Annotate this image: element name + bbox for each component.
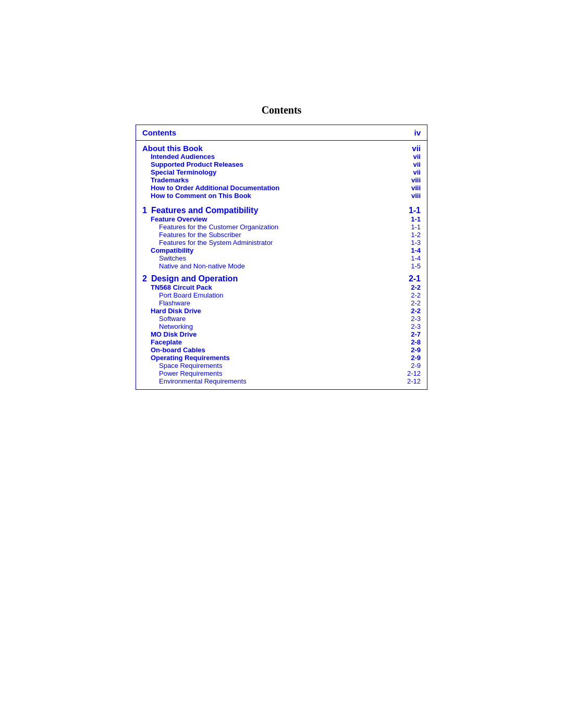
hard-disk-label: Hard Disk Drive [142,307,201,315]
trademarks-page: viii [411,176,421,184]
operating-req-label: Operating Requirements [142,354,230,362]
compatibility-page: 1-4 [411,246,421,254]
port-board-row: Port Board Emulation 2-2 [142,291,421,299]
compatibility-row: Compatibility 1-4 [142,246,421,254]
how-to-comment-row: How to Comment on This Book viii [142,192,421,200]
how-to-comment-label: How to Comment on This Book [142,192,251,200]
space-req-row: Space Requirements 2-9 [142,362,421,369]
mo-disk-page: 2-7 [411,330,421,338]
supported-releases-page: vii [413,161,421,168]
onboard-cables-label: On-board Cables [142,346,205,354]
supported-releases-row: Supported Product Releases vii [142,161,421,168]
chapter2-row: 2Design and Operation 2-1 [142,274,421,283]
chapter2-page: 2-1 [409,274,421,283]
software-row: Software 2-3 [142,315,421,323]
switches-page: 1-4 [411,254,421,262]
space-req-page: 2-9 [411,362,421,369]
port-board-page: 2-2 [411,291,421,299]
section-about: About this Book vii Intended Audiences v… [136,141,427,203]
toc-header-row: Contents iv [136,125,427,141]
power-req-row: Power Requirements 2-12 [142,369,421,377]
port-board-label: Port Board Emulation [142,291,224,299]
features-customer-row: Features for the Customer Organization 1… [142,223,421,231]
about-label: About this Book [142,144,203,153]
trademarks-row: Trademarks viii [142,176,421,184]
switches-row: Switches 1-4 [142,254,421,262]
software-label: Software [142,315,186,323]
trademarks-label: Trademarks [142,176,189,184]
native-mode-label: Native and Non-native Mode [142,262,245,270]
chapter1-page: 1-1 [409,206,421,215]
native-mode-row: Native and Non-native Mode 1-5 [142,262,421,270]
features-sysadmin-label: Features for the System Administrator [142,239,273,246]
operating-req-row: Operating Requirements 2-9 [142,354,421,362]
networking-label: Networking [142,323,193,330]
intended-audiences-row: Intended Audiences vii [142,153,421,161]
how-to-order-page: viii [411,184,421,192]
toc-header-page: iv [356,125,427,141]
onboard-cables-row: On-board Cables 2-9 [142,346,421,354]
chapter1-section: 1Features and Compatibility 1-1 Feature … [136,203,427,271]
how-to-comment-page: viii [411,192,421,200]
features-sysadmin-page: 1-3 [411,239,421,246]
power-req-page: 2-12 [407,369,421,377]
features-subscriber-label: Features for the Subscriber [142,231,241,239]
flashware-row: Flashware 2-2 [142,299,421,307]
how-to-order-row: How to Order Additional Documentation vi… [142,184,421,192]
env-req-label: Environmental Requirements [142,377,247,385]
intended-audiences-page: vii [413,153,421,161]
chapter2-section: 2Design and Operation 2-1 TN568 Circuit … [136,271,427,390]
features-customer-label: Features for the Customer Organization [142,223,278,231]
tn568-page: 2-2 [411,283,421,291]
chapter2-label: 2Design and Operation [142,274,238,283]
mo-disk-label: MO Disk Drive [142,330,197,338]
onboard-cables-page: 2-9 [411,346,421,354]
about-page: vii [412,144,421,153]
compatibility-label: Compatibility [142,246,193,254]
networking-page: 2-3 [411,323,421,330]
hard-disk-row: Hard Disk Drive 2-2 [142,307,421,315]
flashware-label: Flashware [142,299,190,307]
switches-label: Switches [142,254,186,262]
features-subscriber-row: Features for the Subscriber 1-2 [142,231,421,239]
special-terminology-page: vii [413,168,421,176]
feature-overview-page: 1-1 [411,215,421,223]
env-req-row: Environmental Requirements 2-12 [142,377,421,388]
faceplate-label: Faceplate [142,338,182,346]
operating-req-page: 2-9 [411,354,421,362]
special-terminology-row: Special Terminology vii [142,168,421,176]
special-terminology-label: Special Terminology [142,168,216,176]
supported-releases-label: Supported Product Releases [142,161,243,168]
mo-disk-row: MO Disk Drive 2-7 [142,330,421,338]
chapter1-label: 1Features and Compatibility [142,206,258,215]
feature-overview-row: Feature Overview 1-1 [142,215,421,223]
features-sysadmin-row: Features for the System Administrator 1-… [142,239,421,246]
page-container: Contents Contents iv About this Book vii [136,104,427,390]
env-req-page: 2-12 [407,377,421,385]
tn568-row: TN568 Circuit Pack 2-2 [142,283,421,291]
feature-overview-label: Feature Overview [142,215,207,223]
how-to-order-label: How to Order Additional Documentation [142,184,279,192]
about-row: About this Book vii [142,144,421,153]
features-subscriber-page: 1-2 [411,231,421,239]
hard-disk-page: 2-2 [411,307,421,315]
toc-table: Contents iv About this Book vii Intended… [136,125,427,390]
native-mode-page: 1-5 [411,262,421,270]
features-customer-page: 1-1 [411,223,421,231]
faceplate-page: 2-8 [411,338,421,346]
flashware-page: 2-2 [411,299,421,307]
intended-audiences-label: Intended Audiences [142,153,215,161]
toc-header-label: Contents [136,125,356,141]
main-heading: Contents [136,104,427,116]
chapter1-row: 1Features and Compatibility 1-1 [142,206,421,215]
tn568-label: TN568 Circuit Pack [142,283,212,291]
networking-row: Networking 2-3 [142,323,421,330]
software-page: 2-3 [411,315,421,323]
space-req-label: Space Requirements [142,362,222,369]
power-req-label: Power Requirements [142,369,222,377]
faceplate-row: Faceplate 2-8 [142,338,421,346]
